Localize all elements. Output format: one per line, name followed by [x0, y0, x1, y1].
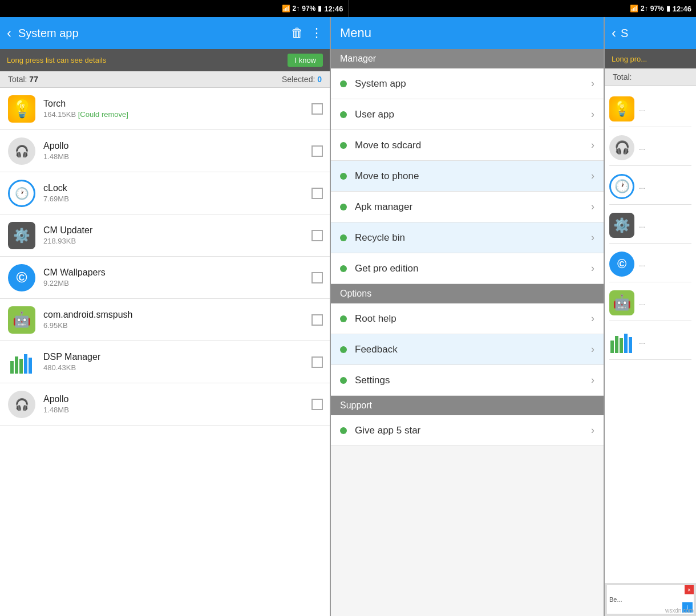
- total-label: Total:: [8, 75, 27, 84]
- chevron-root-help: ›: [591, 313, 594, 325]
- app-info-torch: Torch 164.15KB [Could remove]: [43, 99, 311, 119]
- svg-rect-5: [610, 341, 614, 353]
- dot-settings: [340, 377, 347, 384]
- checkbox-cm-wallpapers[interactable]: [311, 272, 323, 283]
- svg-rect-3: [24, 354, 27, 374]
- menu-item-recycle-bin[interactable]: Recycle bin ›: [331, 222, 604, 253]
- battery-icon-right: ▮: [666, 5, 670, 13]
- dot-move-phone: [340, 173, 347, 180]
- app-name-apollo1: Apollo: [43, 141, 311, 151]
- menu-item-move-sdcard[interactable]: Move to sdcard ›: [331, 130, 604, 161]
- menu-item-user-app[interactable]: User app ›: [331, 99, 604, 130]
- app-item-smspush[interactable]: 🤖 com.android.smspush 6.95KB: [0, 299, 330, 341]
- more-icon-left[interactable]: ⋮: [310, 26, 323, 40]
- app-list-left[interactable]: 💡 Torch 164.15KB [Could remove] 🎧 Apollo…: [0, 88, 330, 616]
- i-know-button[interactable]: I know: [288, 54, 323, 67]
- app-item-dsp[interactable]: DSP Manager 480.43KB: [0, 341, 330, 383]
- app-item-apollo2[interactable]: 🎧 Apollo 1.48MB: [0, 383, 330, 425]
- app-icon-clock: 🕐: [7, 179, 37, 208]
- menu-header: Menu: [331, 17, 604, 49]
- app-name-apollo2: Apollo: [43, 394, 311, 404]
- dot-pro-edition: [340, 265, 347, 272]
- svg-rect-4: [29, 358, 32, 374]
- back-button-left[interactable]: ‹: [7, 25, 11, 41]
- menu-item-system-app[interactable]: System app ›: [331, 68, 604, 99]
- app-info-cm-updater: CM Updater 218.93KB: [43, 225, 311, 245]
- app-icon-cm-wallpapers: ©: [7, 263, 37, 293]
- app-name-torch: Torch: [43, 99, 311, 109]
- menu-text-user-app: User app: [355, 109, 591, 120]
- support-section-header: Support: [331, 396, 604, 415]
- svg-rect-9: [629, 337, 632, 353]
- torch-icon: 💡: [8, 95, 35, 123]
- app-info-clock: cLock 7.69MB: [43, 183, 311, 203]
- app-size-cm-wallpapers: 9.22MB: [43, 279, 311, 287]
- selected-stats: Selected: 0: [282, 75, 322, 84]
- menu-title: Menu: [340, 26, 371, 40]
- partial-title: S: [621, 27, 628, 40]
- app-icon-dsp: [7, 347, 37, 377]
- menu-text-settings: Settings: [355, 375, 591, 386]
- chevron-pro-edition: ›: [591, 262, 594, 274]
- menu-item-settings[interactable]: Settings ›: [331, 365, 604, 396]
- chevron-feedback: ›: [591, 343, 594, 355]
- menu-text-move-sdcard: Move to sdcard: [355, 140, 591, 151]
- checkbox-smspush[interactable]: [311, 314, 323, 326]
- selected-label: Selected:: [282, 75, 315, 84]
- back-button-third[interactable]: ‹: [612, 25, 616, 41]
- status-bar-left: 📶 2↑ 97% ▮ 12:46: [0, 0, 349, 17]
- menu-item-root-help[interactable]: Root help ›: [331, 303, 604, 334]
- apollo-icon-1: 🎧: [8, 137, 35, 165]
- app-item-apollo1[interactable]: 🎧 Apollo 1.48MB: [0, 130, 330, 172]
- partial-list: 💡 ... 🎧 ... 🕐 ... ⚙️ ... © ...: [605, 86, 696, 583]
- dot-recycle-bin: [340, 234, 347, 241]
- total-value: 77: [29, 75, 38, 84]
- left-header: ‹ System app 🗑 ⋮: [0, 17, 330, 49]
- app-item-torch[interactable]: 💡 Torch 164.15KB [Could remove]: [0, 88, 330, 130]
- app-icon-smspush: 🤖: [7, 305, 37, 335]
- menu-item-move-phone[interactable]: Move to phone ›: [331, 161, 604, 192]
- menu-text-5star: Give app 5 star: [355, 425, 591, 436]
- dot-root-help: [340, 315, 347, 322]
- apollo-icon-2: 🎧: [8, 391, 35, 418]
- checkbox-dsp[interactable]: [311, 356, 323, 368]
- menu-text-root-help: Root help: [355, 313, 591, 325]
- signal-icon-left: 2↑: [293, 5, 300, 13]
- chevron-settings: ›: [591, 374, 594, 386]
- app-name-dsp: DSP Manager: [43, 352, 311, 362]
- delete-icon-left[interactable]: 🗑: [291, 26, 304, 40]
- chevron-recycle-bin: ›: [591, 232, 594, 244]
- time-right: 12:46: [673, 5, 691, 13]
- total-stats: Total: 77: [8, 75, 38, 84]
- checkbox-cm-updater[interactable]: [311, 230, 323, 241]
- menu-item-5star[interactable]: Give app 5 star ›: [331, 415, 604, 446]
- dot-user-app: [340, 111, 347, 118]
- partial-stats: Total:: [605, 68, 696, 86]
- chevron-apk-manager: ›: [591, 201, 594, 213]
- manager-section-header: Manager: [331, 49, 604, 68]
- svg-rect-7: [620, 338, 623, 353]
- app-item-cm-updater[interactable]: ⚙️ CM Updater 218.93KB: [0, 214, 330, 257]
- checkbox-clock[interactable]: [311, 188, 323, 199]
- menu-text-move-phone: Move to phone: [355, 171, 591, 182]
- battery-icon-left: ▮: [318, 5, 322, 13]
- app-size-cm-updater: 218.93KB: [43, 237, 311, 245]
- partial-banner: Long pro...: [605, 49, 696, 68]
- menu-text-feedback: Feedback: [355, 344, 591, 355]
- checkbox-apollo2[interactable]: [311, 399, 323, 410]
- app-size-dsp: 480.43KB: [43, 363, 311, 372]
- checkbox-torch[interactable]: [311, 103, 323, 115]
- app-item-cm-wallpapers[interactable]: © CM Wallpapers 9.22MB: [0, 257, 330, 299]
- app-size-apollo2: 1.48MB: [43, 406, 311, 414]
- manager-label: Manager: [340, 54, 376, 63]
- menu-item-feedback[interactable]: Feedback ›: [331, 334, 604, 365]
- app-size-clock: 7.69MB: [43, 194, 311, 203]
- menu-item-pro-edition[interactable]: Get pro edition ›: [331, 253, 604, 284]
- checkbox-apollo1[interactable]: [311, 145, 323, 157]
- app-size-torch: 164.15KB [Could remove]: [43, 110, 311, 119]
- dot-5star: [340, 427, 347, 434]
- support-label: Support: [340, 400, 372, 410]
- menu-item-apk-manager[interactable]: Apk manager ›: [331, 192, 604, 222]
- app-item-clock[interactable]: 🕐 cLock 7.69MB: [0, 172, 330, 214]
- smspush-icon: 🤖: [8, 306, 35, 334]
